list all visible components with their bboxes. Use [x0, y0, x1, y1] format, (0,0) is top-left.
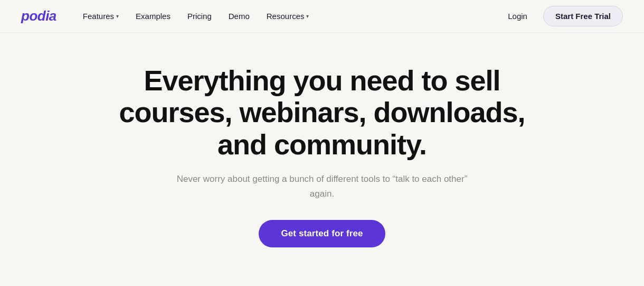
- nav-right: Login Start Free Trial: [503, 6, 623, 26]
- nav-item-examples-label: Examples: [136, 12, 171, 21]
- login-button[interactable]: Login: [503, 8, 533, 24]
- nav-item-pricing-label: Pricing: [187, 12, 212, 21]
- nav-links: Features ▾ Examples Pricing Demo Resourc…: [75, 8, 503, 24]
- nav-item-features-label: Features: [83, 12, 114, 21]
- navbar: podia Features ▾ Examples Pricing Demo R…: [0, 0, 644, 33]
- nav-item-examples[interactable]: Examples: [128, 8, 178, 24]
- nav-item-demo[interactable]: Demo: [221, 8, 257, 24]
- hero-section: Everything you need to sell courses, web…: [0, 33, 644, 274]
- get-started-button[interactable]: Get started for free: [259, 220, 385, 247]
- nav-item-resources[interactable]: Resources ▾: [259, 8, 317, 24]
- nav-item-features[interactable]: Features ▾: [75, 8, 126, 24]
- nav-item-resources-label: Resources: [267, 12, 305, 21]
- chevron-down-icon: ▾: [116, 13, 119, 19]
- hero-subtitle: Never worry about getting a bunch of dif…: [174, 172, 470, 200]
- chevron-down-icon: ▾: [306, 13, 309, 19]
- nav-item-demo-label: Demo: [229, 12, 250, 21]
- start-free-trial-button[interactable]: Start Free Trial: [543, 6, 623, 26]
- hero-title: Everything you need to sell courses, web…: [95, 64, 549, 160]
- brand-logo[interactable]: podia: [21, 8, 56, 24]
- nav-item-pricing[interactable]: Pricing: [180, 8, 219, 24]
